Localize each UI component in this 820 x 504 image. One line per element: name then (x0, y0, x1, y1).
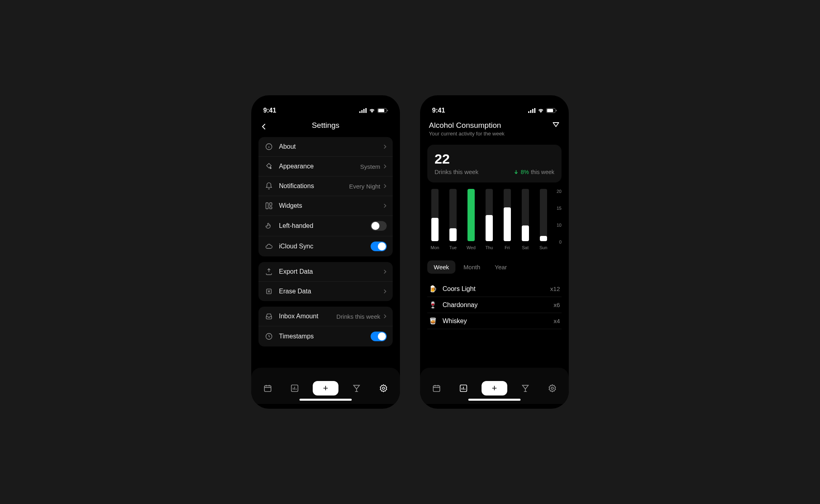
svg-rect-3 (365, 108, 367, 113)
back-button[interactable] (262, 123, 266, 130)
drink-row[interactable]: 🥃Whiskeyx4 (427, 313, 562, 329)
info-icon (264, 142, 273, 151)
toggle[interactable] (371, 221, 387, 231)
svg-rect-1 (361, 110, 363, 113)
stat-change: 8% this week (514, 169, 554, 175)
drink-icon: 🍷 (429, 301, 439, 309)
svg-rect-17 (530, 110, 531, 113)
svg-rect-5 (378, 109, 384, 112)
tab-settings[interactable] (375, 379, 392, 397)
drink-count: x4 (554, 318, 560, 324)
page-title: Settings (312, 121, 340, 130)
bar-wed[interactable]: Wed (463, 189, 479, 253)
chart: MonTueWedThuFriSatSun 2015100 (427, 189, 562, 253)
tab-calendar[interactable] (259, 379, 277, 397)
svg-rect-16 (528, 111, 529, 113)
wifi-icon (369, 108, 375, 113)
chevron-right-icon (383, 314, 387, 319)
settings-row-appearance[interactable]: AppearanceSystem (258, 157, 393, 176)
drink-row[interactable]: 🍷Chardonnayx6 (427, 297, 562, 313)
settings-list: AboutAppearanceSystemNotificationsEvery … (258, 137, 393, 368)
notch (297, 95, 354, 108)
drink-count: x12 (550, 285, 560, 292)
settings-row-icloud-sync[interactable]: iCloud Sync (258, 236, 393, 256)
bar-label: Fri (504, 245, 510, 250)
range-segment: WeekMonthYear (427, 260, 562, 274)
svg-point-15 (382, 387, 385, 389)
bar-thu[interactable]: Thu (482, 189, 497, 253)
tab-settings[interactable] (543, 379, 561, 397)
settings-row-notifications[interactable]: NotificationsEvery Night (258, 176, 393, 196)
chevron-right-icon (383, 184, 387, 188)
bar-fri[interactable]: Fri (500, 189, 515, 253)
settings-row-timestamps[interactable]: Timestamps (258, 326, 393, 346)
settings-row-inbox-amount[interactable]: Inbox AmountDrinks this week (258, 307, 393, 326)
row-label: Inbox Amount (279, 313, 336, 320)
chevron-right-icon (383, 144, 387, 149)
tab-bar: + (251, 368, 400, 404)
bar-label: Thu (485, 245, 493, 250)
chevron-right-icon (383, 164, 387, 169)
bar-sun[interactable]: Sun (536, 189, 551, 253)
segment-year[interactable]: Year (488, 260, 513, 274)
chevron-right-icon (383, 203, 387, 208)
row-value: System (360, 163, 380, 170)
settings-row-export-data[interactable]: Export Data (258, 262, 393, 282)
toggle[interactable] (371, 332, 387, 341)
row-label: iCloud Sync (279, 243, 371, 250)
settings-group: Export DataErase Data (258, 262, 393, 301)
y-tick: 20 (557, 189, 562, 194)
settings-row-about[interactable]: About (258, 137, 393, 157)
widgets-icon (264, 201, 273, 210)
drink-row[interactable]: 🍺Coors Lightx12 (427, 281, 562, 297)
svg-rect-10 (270, 207, 272, 209)
y-tick: 0 (557, 240, 562, 244)
row-label: Appearance (279, 163, 360, 170)
row-label: Erase Data (279, 288, 383, 295)
settings-row-left-handed[interactable]: Left-handed (258, 216, 393, 236)
chevron-right-icon (383, 269, 387, 274)
svg-rect-6 (387, 110, 388, 111)
settings-row-erase-data[interactable]: Erase Data (258, 282, 393, 301)
home-indicator[interactable] (468, 399, 521, 401)
cellular-icon (359, 108, 367, 113)
battery-icon (377, 108, 388, 113)
bar-tue[interactable]: Tue (445, 189, 461, 253)
chevron-right-icon (383, 289, 387, 294)
tab-analytics[interactable] (455, 379, 472, 397)
settings-row-widgets[interactable]: Widgets (258, 196, 393, 216)
tab-analytics[interactable] (286, 379, 303, 397)
bar-sat[interactable]: Sat (518, 189, 533, 253)
tab-bar: + (420, 368, 569, 404)
tab-add[interactable]: + (482, 381, 507, 395)
svg-rect-8 (266, 203, 269, 209)
stat-change-pct: 8% (521, 169, 529, 175)
stat-label: Drinks this week (435, 168, 478, 175)
toggle[interactable] (371, 242, 387, 251)
tab-calendar[interactable] (428, 379, 445, 397)
svg-rect-13 (264, 386, 271, 392)
y-tick: 15 (557, 206, 562, 211)
bell-icon (264, 182, 273, 191)
row-label: Export Data (279, 268, 383, 275)
row-label: About (279, 143, 383, 150)
tab-add[interactable]: + (313, 381, 338, 395)
stat-change-period: this week (531, 169, 554, 175)
stat-card: 22 Drinks this week 8% this week (427, 145, 562, 182)
tab-drinks[interactable] (348, 379, 365, 397)
settings-group: AboutAppearanceSystemNotificationsEvery … (258, 137, 393, 256)
segment-week[interactable]: Week (427, 260, 455, 274)
drink-name: Coors Light (443, 285, 550, 293)
drink-icon: 🍺 (429, 285, 439, 293)
svg-rect-23 (433, 386, 440, 392)
arrow-down-icon (514, 170, 519, 174)
notch (466, 95, 523, 108)
analytics-screen: 9:41 Alcohol Consumption Your current ac… (420, 95, 569, 409)
hand-icon (264, 221, 273, 230)
tab-drinks[interactable] (517, 379, 534, 397)
drink-icon: 🥃 (429, 317, 439, 325)
filter-button[interactable] (552, 121, 560, 129)
segment-month[interactable]: Month (457, 260, 487, 274)
home-indicator[interactable] (299, 399, 352, 401)
bar-mon[interactable]: Mon (427, 189, 443, 253)
